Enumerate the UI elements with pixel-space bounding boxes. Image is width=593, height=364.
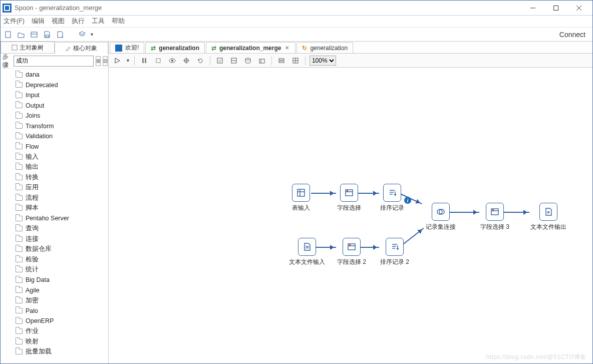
menu-run[interactable]: 执行 (72, 17, 85, 26)
new-button[interactable] (3, 29, 14, 40)
step-n1[interactable]: 表输入 (292, 184, 310, 212)
open-button[interactable] (16, 29, 27, 40)
step-n9[interactable]: 文本文件输出 (530, 203, 566, 231)
tree-item[interactable]: Input (1, 90, 108, 101)
tree-item[interactable]: 输出 (1, 162, 108, 173)
hop[interactable] (311, 193, 336, 194)
menu-help[interactable]: 帮助 (112, 17, 125, 26)
tree-item[interactable]: 作业 (1, 326, 108, 337)
tree-item[interactable]: Joins (1, 111, 108, 121)
folder-icon (16, 267, 23, 272)
tree-item[interactable]: Output (1, 101, 108, 111)
tree-item[interactable]: 映射 (1, 336, 108, 347)
tree-item[interactable]: 输入 (1, 152, 108, 162)
tree-item[interactable]: 统计 (1, 265, 108, 275)
editor-tab-generalization-job[interactable]: ↻ generalization (296, 42, 353, 53)
close-tab-icon[interactable]: ✕ (284, 45, 290, 51)
tree-item[interactable]: 转换 (1, 172, 108, 183)
menu-tools[interactable]: 工具 (92, 17, 105, 26)
tree-item[interactable]: Big Data (1, 275, 108, 285)
tree-item[interactable]: 连接 (1, 234, 108, 244)
debug-button[interactable] (181, 55, 192, 66)
tree-item[interactable]: Transform (1, 121, 108, 132)
editor-tab-label: 欢迎! (125, 44, 139, 52)
folder-icon (16, 236, 23, 242)
tree-item-label: Flow (26, 143, 39, 150)
maximize-button[interactable] (544, 1, 567, 15)
step-n6[interactable]: 排序记录 2 (380, 238, 409, 266)
folder-icon (16, 287, 23, 293)
folder-icon (16, 298, 23, 303)
tree-item[interactable]: 流程 (1, 193, 108, 203)
connect-button[interactable]: Connect (559, 31, 590, 39)
show-results-button[interactable] (276, 55, 287, 66)
stop-button[interactable] (153, 55, 164, 66)
expand-tree-button[interactable]: ⊞ (96, 56, 101, 66)
editor-tab-welcome[interactable]: 欢迎! (110, 42, 144, 53)
run-dropdown-icon[interactable]: ▼ (126, 58, 130, 63)
step-label: 排序记录 (380, 204, 404, 212)
check-button[interactable] (214, 55, 225, 66)
editor-tab-generalization-merge[interactable]: ⇄ generalization_merge ✕ (206, 42, 295, 53)
tree-item-label: 加密 (26, 296, 39, 305)
step-n4[interactable]: 文本文件输入 (289, 238, 325, 266)
folder-icon (16, 144, 23, 149)
tree-item[interactable]: Pentaho Server (1, 213, 108, 224)
run-button[interactable] (112, 55, 123, 66)
pause-button[interactable] (139, 55, 150, 66)
impact-button[interactable] (228, 55, 239, 66)
step-icon (386, 238, 404, 256)
step-n3[interactable]: 排序记录 (380, 184, 404, 212)
tree-item[interactable]: 脚本 (1, 203, 108, 214)
steps-tree[interactable]: danaDeprecatedInputOutputJoinsTransformV… (1, 69, 108, 363)
step-n2[interactable]: 字段选择 (337, 184, 361, 212)
folder-icon (16, 205, 23, 211)
save-as-button[interactable] (55, 29, 66, 40)
left-tab-core-objects[interactable]: 核心对象 (55, 42, 109, 54)
step-n8[interactable]: 字段选择 3 (480, 203, 509, 231)
folder-icon (16, 216, 23, 221)
preview-button[interactable] (167, 55, 178, 66)
sql-button[interactable] (242, 55, 253, 66)
tree-item[interactable]: Agile (1, 285, 108, 296)
filter-label: 步骤 (3, 53, 9, 70)
menu-edit[interactable]: 编辑 (32, 17, 45, 26)
left-tab-main-tree[interactable]: 主对象树 (1, 42, 55, 53)
perspective-button[interactable] (77, 29, 88, 40)
editor-tab-generalization[interactable]: ⇄ generalization (145, 42, 205, 53)
replay-button[interactable] (195, 55, 206, 66)
step-n7[interactable]: 记录集连接 (426, 203, 456, 231)
menu-file[interactable]: 文件(F) (4, 17, 25, 26)
perspective-dropdown-icon[interactable]: ▼ (90, 32, 94, 37)
tree-item[interactable]: 查询 (1, 224, 108, 234)
tree-item[interactable]: Flow (1, 142, 108, 152)
collapse-tree-button[interactable]: ⊟ (103, 56, 108, 66)
tree-item[interactable]: 应用 (1, 183, 108, 193)
tree-item[interactable]: Palo (1, 306, 108, 316)
tree-item-label: 映射 (26, 337, 39, 346)
minimize-button[interactable] (521, 1, 544, 15)
tree-item[interactable]: dana (1, 70, 108, 80)
explore-button[interactable] (29, 29, 40, 40)
tree-item[interactable]: 加密 (1, 295, 108, 306)
tree-item-label: 统计 (26, 265, 39, 274)
filter-input[interactable] (14, 56, 94, 67)
tree-item[interactable]: 检验 (1, 254, 108, 265)
tree-item[interactable]: Deprecated (1, 80, 108, 91)
grid-button[interactable] (290, 55, 301, 66)
menu-view[interactable]: 视图 (52, 17, 65, 26)
zoom-select[interactable]: 100% (310, 56, 336, 66)
tree-item[interactable]: Validation (1, 131, 108, 142)
svg-rect-11 (156, 59, 160, 63)
left-tab-label: 核心对象 (73, 44, 97, 53)
tree-item[interactable]: OpenERP (1, 316, 108, 326)
explore-db-button[interactable] (256, 55, 267, 66)
step-n5[interactable]: 字段选择 2 (337, 238, 366, 266)
editor-tab-label: generalization_merge (219, 45, 281, 52)
tree-item[interactable]: 批量加载 (1, 347, 108, 357)
close-button[interactable] (567, 1, 590, 15)
canvas[interactable]: i 表输入字段选择排序记录文本文件输入字段选择 2排序记录 2记录集连接字段选择… (109, 68, 592, 363)
tree-item[interactable]: 数据仓库 (1, 244, 108, 255)
save-button[interactable] (42, 29, 53, 40)
tree-icon (12, 45, 18, 51)
